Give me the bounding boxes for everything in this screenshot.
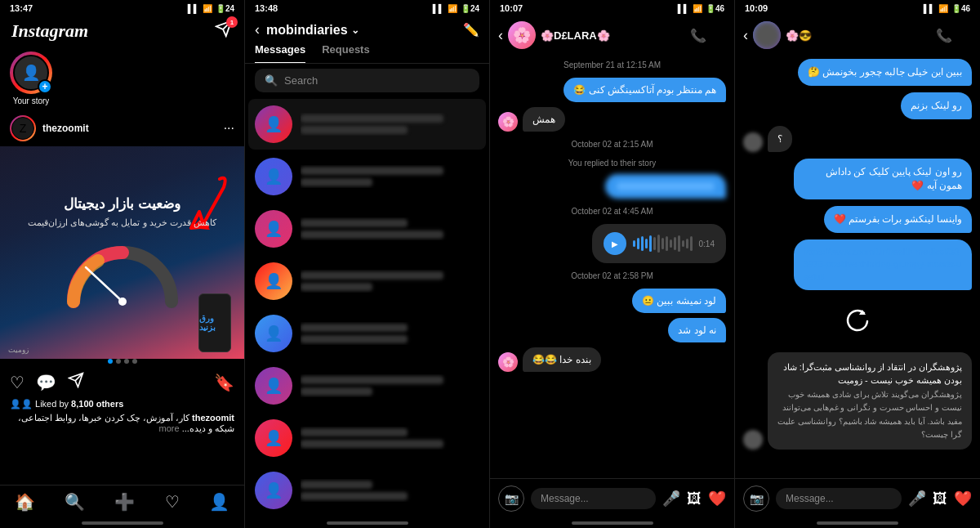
msg-name-blur: [301, 271, 443, 280]
phone-icon-4[interactable]: 📞: [936, 28, 952, 43]
post-subtitle: کاهش قدرت خرید و تمایل به گوشی‌های ارزان…: [28, 217, 216, 228]
dot-3: [124, 359, 129, 364]
requests-tab[interactable]: Requests: [322, 43, 370, 63]
chat-name-block-4: 🌸😎: [786, 29, 931, 42]
search-nav-button[interactable]: 🔍: [65, 492, 85, 512]
post-container: Z thezoomit ··· وضعیت بازار دیجیتال کاهش…: [0, 110, 244, 485]
profile-nav-button[interactable]: 👤: [209, 492, 229, 512]
status-bar-4: 10:09 ▌▌ 📶 🔋46: [735, 0, 980, 16]
chat-messages-4: ببین این خیلی جالبه چجور بخونمش 🤔 رو لین…: [735, 54, 980, 478]
message-item[interactable]: 👤: [248, 204, 486, 254]
svg-line-1: [86, 267, 122, 302]
mic-button-3[interactable]: 🎤: [662, 490, 680, 508]
received-avatar: 🌸: [498, 112, 518, 132]
post-more-button[interactable]: ···: [224, 121, 234, 136]
photo-button-4[interactable]: 🖼: [933, 490, 947, 508]
msg-name-blur: [301, 114, 443, 123]
messages-tab[interactable]: Messages: [255, 43, 305, 63]
message-item[interactable]: 👤: [248, 465, 486, 516]
video-icon-4[interactable]: □: [964, 28, 972, 43]
system-message: You replied to their story: [498, 157, 726, 169]
message-item[interactable]: 👤: [248, 151, 486, 202]
refresh-icon: [743, 297, 972, 346]
link-text[interactable]: https://www.zoomit.ir/health-medical/383…: [804, 246, 962, 284]
sticker-button-3[interactable]: ❤️: [708, 490, 726, 508]
back-button-2[interactable]: ‹: [255, 21, 260, 38]
signal-icon: ▌▌: [188, 4, 199, 13]
voice-message[interactable]: ▶ 0:14: [592, 224, 726, 263]
time-3: 10:07: [500, 3, 523, 13]
chat-header-4: ‹ 🌸😎 📞 □: [735, 16, 980, 54]
message-item[interactable]: 👤: [248, 413, 486, 463]
likes-text: 👤👤 Liked by 8,100 others: [0, 397, 244, 411]
received-avatar: [743, 132, 763, 152]
battery-icon: 🔋24: [216, 4, 234, 13]
phone-icon-3[interactable]: 📞: [690, 28, 706, 43]
msg-preview-blur: [301, 387, 372, 396]
sent-blurred: [605, 174, 726, 199]
home-nav-button[interactable]: 🏠: [15, 492, 35, 512]
message-item[interactable]: 👤: [248, 360, 486, 411]
comment-button[interactable]: 💬: [36, 373, 56, 392]
camera-button-4[interactable]: 📷: [743, 485, 769, 512]
dm-button[interactable]: 1: [215, 20, 233, 42]
signal-icon-2: ▌▌: [433, 4, 444, 13]
your-story[interactable]: 👤 + Your story: [8, 51, 54, 105]
compose-icon[interactable]: ✏️: [463, 22, 479, 38]
battery-icon-4: 🔋46: [951, 4, 970, 13]
bookmark-button[interactable]: 🔖: [214, 373, 234, 392]
your-story-label: Your story: [13, 96, 50, 105]
add-nav-button[interactable]: ➕: [114, 492, 135, 512]
received-avatar: [743, 430, 763, 450]
msg-preview-blur: [301, 126, 408, 134]
post-avatar: Z: [10, 115, 36, 141]
message-input-3[interactable]: Message...: [531, 488, 656, 509]
messages-title: mobindiaries ⌄: [266, 23, 434, 38]
mic-button-4[interactable]: 🎤: [908, 490, 926, 508]
heart-nav-button[interactable]: ♡: [165, 492, 180, 512]
chat-input-bar-4: 📷 Message... 🎤 🖼 ❤️: [735, 478, 980, 518]
chat-messages-3: September 21 at 12:15 AM هم منتظر بودم آ…: [490, 54, 734, 478]
post-username[interactable]: thezoomit: [42, 123, 217, 134]
messages-search[interactable]: 🔍 Search: [255, 69, 479, 92]
camera-button-3[interactable]: 📷: [498, 485, 524, 512]
message-item[interactable]: 👤: [248, 308, 486, 359]
chat-name-3[interactable]: 🌸D£LARA🌸: [541, 29, 685, 42]
photo-button-3[interactable]: 🖼: [687, 490, 702, 508]
svg-point-2: [118, 298, 127, 306]
received-row: 🌸 بنده خدا 😂😂: [498, 347, 726, 372]
chat-name-4[interactable]: 🌸😎: [786, 29, 931, 42]
msg-preview-blur: [301, 335, 408, 343]
search-placeholder: Search: [284, 74, 318, 87]
sent-bubble: لود نمیشه ببین 😐: [632, 289, 726, 313]
message-item[interactable]: 👤: [248, 99, 486, 150]
received-bubble: ؟: [768, 126, 792, 153]
timestamp: October 02 at 4:45 AM: [498, 204, 726, 219]
message-input-4[interactable]: Message...: [776, 488, 902, 509]
msg-name-blur: [301, 324, 408, 332]
search-icon: 🔍: [265, 74, 278, 87]
chat-2-panel: 10:09 ▌▌ 📶 🔋46 ‹ 🌸😎 📞 □ ببین این خیلی جا…: [735, 0, 980, 528]
signal-icon-4: ▌▌: [924, 4, 935, 13]
chevron-icon: ⌄: [351, 25, 359, 36]
msg-name-blur: [301, 219, 408, 227]
share-button[interactable]: [68, 372, 84, 392]
msg-preview-blur: [301, 492, 408, 500]
video-icon-3[interactable]: □: [718, 28, 726, 43]
back-button-4[interactable]: ‹: [743, 27, 748, 44]
post-header: Z thezoomit ···: [0, 110, 244, 146]
msg-avatar: 👤: [255, 472, 292, 509]
back-button-3[interactable]: ‹: [498, 27, 503, 44]
dot-4: [132, 359, 137, 364]
msg-info: [301, 165, 479, 188]
link-bubble: https://www.zoomit.ir/health-medical/383…: [794, 239, 972, 290]
received-avatar: 🌸: [498, 352, 518, 372]
chat-header-icons-3: 📞 □: [690, 28, 726, 43]
play-button[interactable]: ▶: [604, 232, 626, 255]
battery-icon-2: 🔋24: [461, 4, 479, 13]
sticker-button-4[interactable]: ❤️: [954, 490, 972, 508]
sent-bubble: واینسا لینکشو برات بفرستم ❤️: [824, 206, 972, 233]
message-item[interactable]: 👤: [248, 256, 486, 307]
video-call-icon[interactable]: ⊞: [441, 22, 452, 38]
like-button[interactable]: ♡: [10, 373, 24, 392]
